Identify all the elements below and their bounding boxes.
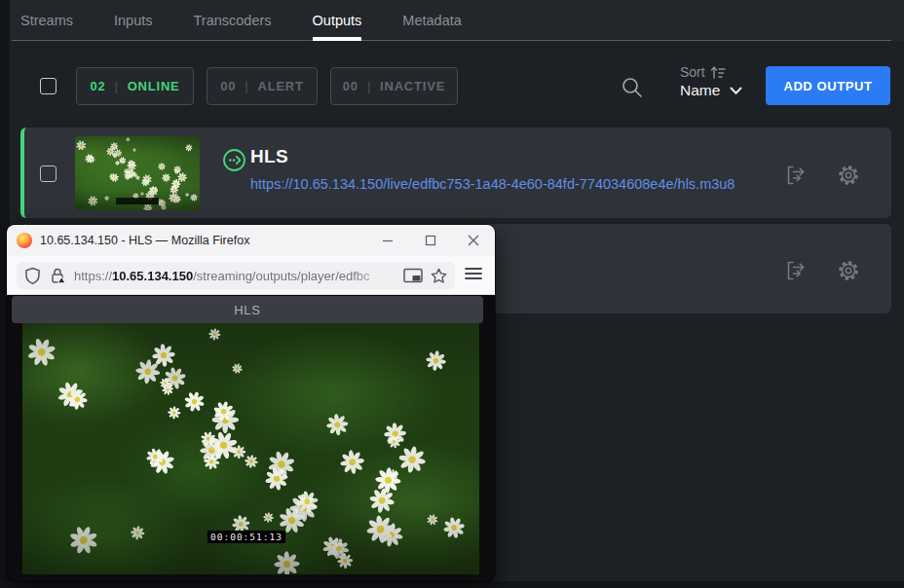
daisy-flower xyxy=(123,167,130,174)
online-label: ONLINE xyxy=(128,79,180,93)
daisy-flower xyxy=(230,361,245,376)
url-host: 10.65.134.150 xyxy=(112,269,193,283)
daisy-flower xyxy=(181,388,207,414)
daisy-flower xyxy=(263,464,290,492)
daisy-flower xyxy=(127,159,135,167)
bookmark-star-icon[interactable] xyxy=(431,268,447,284)
daisy-flower xyxy=(114,160,121,166)
sort-value: Name xyxy=(680,82,720,99)
sort-by-dropdown[interactable]: Name xyxy=(680,82,758,99)
daisy-flower xyxy=(207,428,242,463)
filter-online-button[interactable]: 02 | ONLINE xyxy=(76,67,194,105)
daisy-flower xyxy=(386,466,401,482)
lock-warning-icon[interactable] xyxy=(49,267,66,284)
daisy-flower xyxy=(134,358,162,386)
filter-alert-button[interactable]: 00 | ALERT xyxy=(207,67,318,105)
daisy-flower xyxy=(195,433,229,467)
url-scheme: https:// xyxy=(74,269,112,283)
thumbnail-timecode xyxy=(116,198,159,204)
daisy-flower xyxy=(65,522,103,560)
daisy-flower xyxy=(264,447,298,481)
daisy-flower xyxy=(144,446,166,467)
daisy-flower xyxy=(184,143,195,154)
tab-outputs[interactable]: Outputs xyxy=(313,0,362,41)
daisy-flower xyxy=(151,343,177,369)
filter-inactive-button[interactable]: 00 | INACTIVE xyxy=(330,67,458,105)
url-bar[interactable]: https://10.65.134.150/streaming/outputs/… xyxy=(17,262,455,289)
daisy-flower xyxy=(128,523,148,543)
daisy-flower xyxy=(169,192,180,203)
tab-streams[interactable]: Streams xyxy=(20,0,73,41)
daisy-flower xyxy=(110,142,120,152)
window-title: 10.65.134.150 - HLS — Mozilla Firefox xyxy=(40,225,249,256)
daisy-flower xyxy=(170,194,182,205)
output-url-link[interactable]: https://10.65.134.150/live/edfbc753-1a48… xyxy=(250,176,734,192)
daisy-flower xyxy=(288,493,319,523)
player-header: HLS xyxy=(12,296,483,323)
export-output-icon[interactable] xyxy=(783,258,809,283)
daisy-flower xyxy=(319,533,347,561)
daisy-flower xyxy=(23,334,59,370)
daisy-flower xyxy=(132,172,137,177)
output-row-hls[interactable]: HLS https://10.65.134.150/live/edfbc753-… xyxy=(20,128,891,218)
output-status-icon xyxy=(222,148,246,172)
daisy-flower xyxy=(383,422,407,446)
daisy-flower xyxy=(364,513,396,545)
alert-label: ALERT xyxy=(257,79,303,93)
daisy-flower xyxy=(425,512,440,528)
tab-inputs[interactable]: Inputs xyxy=(114,0,153,41)
filter-divider: | xyxy=(245,79,248,93)
add-output-button[interactable]: ADD OUTPUT xyxy=(766,66,890,105)
tab-transcoders[interactable]: Transcoders xyxy=(194,0,272,41)
daisy-flower xyxy=(322,409,354,440)
maximize-button[interactable] xyxy=(409,225,452,256)
daisy-flower xyxy=(63,386,92,414)
daisy-flower xyxy=(108,172,116,180)
alert-count: 00 xyxy=(220,79,236,93)
tab-metadata[interactable]: Metadata xyxy=(402,0,461,41)
top-nav: Streams Inputs Transcoders Outputs Metad… xyxy=(10,0,904,41)
output-thumbnail xyxy=(75,136,200,210)
daisy-flower xyxy=(262,512,274,524)
filter-divider: | xyxy=(114,79,118,93)
search-icon[interactable] xyxy=(620,75,645,100)
daisy-flower xyxy=(161,203,167,209)
daisy-flower xyxy=(174,168,180,174)
daisy-flower xyxy=(112,152,117,157)
daisy-flower xyxy=(161,173,170,183)
shield-icon[interactable] xyxy=(24,267,41,284)
picture-in-picture-icon[interactable] xyxy=(403,268,423,283)
daisy-flower xyxy=(103,195,110,202)
daisy-flower xyxy=(105,146,115,156)
select-all-checkbox[interactable] xyxy=(40,78,56,94)
daisy-flower xyxy=(169,184,179,195)
daisy-flower xyxy=(173,165,182,174)
daisy-flower xyxy=(113,154,118,159)
minimize-button[interactable] xyxy=(366,225,409,256)
export-output-icon[interactable] xyxy=(783,163,809,188)
daisy-flower xyxy=(141,172,154,185)
firefox-window[interactable]: 10.65.134.150 - HLS — Mozilla Firefox xyxy=(7,225,495,581)
daisy-flower xyxy=(118,156,127,165)
online-count: 02 xyxy=(90,79,105,93)
inactive-label: INACTIVE xyxy=(380,79,445,93)
daisy-flower xyxy=(189,193,199,202)
daisy-flower xyxy=(148,186,159,197)
daisy-flower xyxy=(165,403,183,422)
settings-gear-icon[interactable] xyxy=(836,258,861,283)
menu-hamburger-icon[interactable] xyxy=(465,267,482,280)
filter-divider: | xyxy=(367,79,371,93)
inactive-count: 00 xyxy=(343,79,358,93)
daisy-flower xyxy=(75,139,88,152)
video-player[interactable]: 00:00:51:13 xyxy=(22,323,479,574)
settings-gear-icon[interactable] xyxy=(836,163,861,188)
sort-control: Sort Name xyxy=(680,64,758,99)
firefox-titlebar[interactable]: 10.65.134.150 - HLS — Mozilla Firefox xyxy=(7,225,495,256)
burned-in-timecode: 00:00:51:13 xyxy=(207,531,285,543)
daisy-flower xyxy=(108,172,120,184)
daisy-flower xyxy=(202,452,220,470)
row-checkbox[interactable] xyxy=(40,165,56,182)
url-text[interactable]: https://10.65.134.150/streaming/outputs/… xyxy=(74,269,396,283)
close-button[interactable] xyxy=(452,225,495,256)
firefox-logo-icon xyxy=(17,233,32,248)
